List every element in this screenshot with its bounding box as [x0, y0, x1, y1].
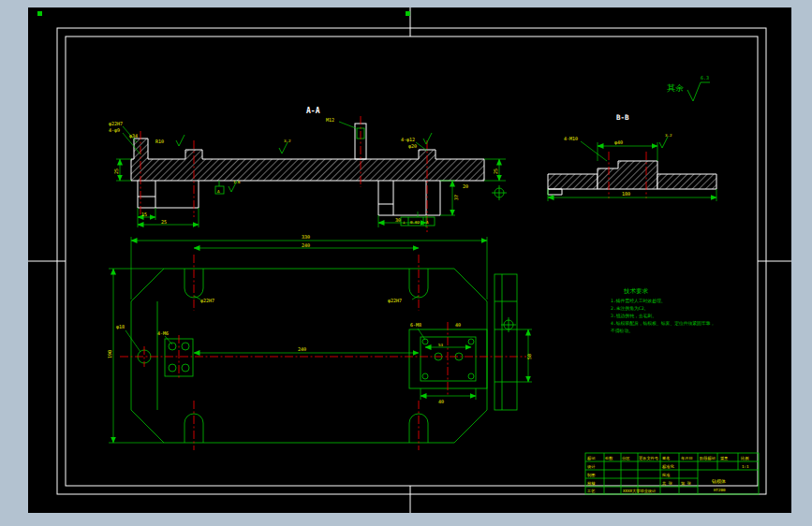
tech-line: 4.钻模装配后，钻模板、钻套、定位件须紧固牢靠，	[611, 320, 715, 327]
tb-field: 重量	[720, 456, 728, 460]
dim-label: 53	[438, 343, 444, 347]
rough-note-text: 其余	[667, 83, 684, 93]
tech-line: 1.铸件需经人工时效处理。	[611, 298, 666, 304]
dim-label: 40	[438, 399, 444, 404]
dim-label: φ22H7	[109, 121, 123, 127]
dim-label: φ18	[116, 324, 125, 330]
dim-label: 190	[107, 350, 112, 358]
tb-field: 分区	[622, 456, 630, 460]
dim-label: M12	[326, 117, 334, 123]
tb-field: 校核	[587, 481, 596, 486]
tb-material: HT200	[714, 488, 726, 492]
tb-field: 更改文件号	[639, 456, 659, 460]
dim-label: 30	[395, 217, 401, 223]
dim-label: φ34	[129, 133, 138, 139]
dim-label: 240	[298, 346, 306, 352]
tech-line: 3.锐边倒钝，去毛刺。	[611, 313, 657, 319]
dim-label: φ20	[408, 143, 417, 150]
dim-label: 40	[455, 322, 461, 328]
grip-handle	[37, 11, 42, 16]
tb-part-name: 钻模体	[712, 478, 726, 484]
tech-line: 不得松动。	[611, 328, 633, 334]
dim-label: 3.2	[284, 139, 291, 143]
dim-label: 4-M6	[157, 330, 169, 336]
dim-label: φ40	[614, 139, 623, 146]
cad-viewport: A-A φ22H7 4-φ9 φ34 R10	[0, 0, 812, 526]
tb-field: 第 张	[681, 481, 692, 486]
tb-field: 工艺	[586, 489, 596, 493]
grip-handle	[406, 11, 410, 16]
tb-scale-value: 1:1	[742, 464, 749, 469]
dim-label: 6-M8	[410, 322, 421, 328]
dim-label: 4-φ9	[109, 127, 120, 134]
dim-label: 180	[622, 191, 630, 197]
dim-label: 25	[161, 219, 167, 225]
tech-title: 技术要求	[623, 287, 649, 295]
dim-label: 25	[493, 168, 498, 174]
dim-label: 15	[141, 212, 147, 217]
section-aa-label: A-A	[306, 107, 320, 115]
tb-field: 批准	[661, 473, 671, 477]
tb-field: 共 张	[662, 481, 673, 486]
tb-field: 设计	[587, 464, 596, 469]
dim-label: 37	[453, 195, 459, 200]
tolerance-value: 0.02	[410, 220, 421, 225]
tb-field: 年月日	[681, 456, 693, 460]
tb-field: 签名	[662, 456, 670, 460]
tb-field: 制图	[587, 473, 595, 477]
dim-label: 3.2	[665, 133, 672, 138]
dim-label: 58	[526, 354, 532, 359]
tb-field: 处数	[605, 456, 613, 460]
dim-label: 4-M10	[564, 136, 578, 141]
dim-label: 240	[302, 242, 310, 248]
section-bb-left-plate	[548, 174, 598, 189]
dim-label: φ22H7	[200, 298, 214, 304]
dim-label: 1.6	[233, 180, 241, 184]
dim-label: 330	[302, 234, 310, 240]
dim-label: 20	[463, 183, 468, 189]
dim-label: 4-φ12	[401, 137, 415, 143]
dim-label: 25	[113, 168, 119, 174]
section-bb-label: B-B	[616, 113, 629, 122]
tb-project: XXXX大学毕业设计	[623, 489, 657, 493]
dim-label: φ22H7	[388, 298, 402, 304]
rough-value: 6.3	[701, 75, 709, 80]
cad-drawing: A-A φ22H7 4-φ9 φ34 R10	[0, 0, 812, 526]
tech-line: 2.未注倒角为C2。	[611, 305, 648, 312]
dim-label: R10	[155, 139, 164, 144]
section-bb-right-plate	[657, 174, 716, 189]
